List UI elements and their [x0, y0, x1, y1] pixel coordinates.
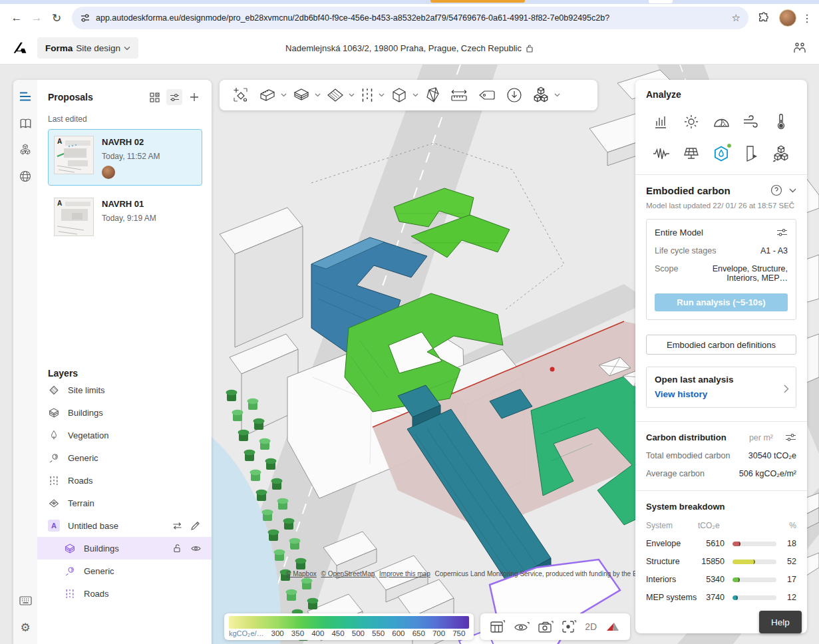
layer-row-site-limits[interactable]: Site limits — [48, 379, 202, 401]
legend-tick: 700 — [428, 629, 448, 637]
draw-volume-tool[interactable] — [389, 83, 410, 107]
site-limit-tool[interactable] — [325, 83, 346, 107]
open-last-analysis-card[interactable]: Open last analysis View history — [646, 367, 796, 408]
profile-avatar[interactable] — [779, 9, 796, 27]
system-value: 5610 — [698, 539, 725, 548]
layer-row-terrain[interactable]: Terrain — [48, 492, 202, 514]
proposal-card-navrh-02[interactable]: A NAVRH 02 Today, 11:52 AM — [48, 129, 202, 186]
osm-link[interactable]: © OpenStreetMap — [321, 570, 375, 577]
statistics-icon[interactable] — [653, 113, 670, 130]
sort-label[interactable]: Last edited — [48, 114, 202, 124]
focus-center-icon[interactable] — [561, 619, 577, 634]
mapbox-link[interactable]: © Mapbox — [286, 570, 317, 577]
solar-energy-icon[interactable] — [683, 145, 700, 162]
layer-row-base-generic[interactable]: Generic — [48, 560, 202, 582]
bar-fill — [733, 577, 740, 582]
grid-view-icon[interactable] — [146, 89, 162, 105]
floor-stack-chevron-icon[interactable] — [315, 93, 321, 97]
site-limit-chevron-icon[interactable] — [349, 93, 355, 97]
back-button[interactable]: ← — [7, 11, 27, 25]
settings-gear-icon[interactable]: ⚙ — [15, 617, 35, 637]
floor-stack-tool[interactable] — [291, 83, 312, 107]
proposal-name: NAVRH 01 — [102, 199, 156, 209]
swap-base-icon[interactable] — [170, 519, 184, 532]
2d-mode-toggle[interactable]: 2D — [585, 621, 597, 632]
assets-chevron-icon[interactable] — [554, 93, 560, 97]
draw-roads-tool[interactable] — [359, 83, 376, 107]
improve-map-link[interactable]: Improve this map — [379, 570, 430, 577]
layer-row-roads[interactable]: Roads — [48, 469, 202, 492]
layer-row-base-buildings[interactable]: Buildings — [37, 537, 212, 560]
keyboard-shortcuts-icon[interactable] — [15, 591, 35, 611]
library-icon[interactable] — [15, 113, 35, 133]
analysis-icon-grid — [646, 113, 796, 162]
prism-tool[interactable] — [422, 83, 442, 107]
assets-icon[interactable] — [15, 140, 35, 160]
draw-volume-chevron-icon[interactable] — [412, 93, 418, 97]
camera-icon[interactable] — [538, 620, 554, 633]
layout-grid-icon[interactable] — [490, 619, 506, 634]
visibility-eye-icon[interactable] — [189, 542, 202, 555]
reload-button[interactable]: ↻ — [47, 11, 67, 25]
help-circle-icon[interactable] — [770, 184, 782, 196]
compass-icon[interactable] — [605, 620, 621, 633]
layer-row-generic[interactable]: Generic — [48, 446, 202, 469]
layer-row-base-roads[interactable]: Roads — [48, 582, 202, 605]
edit-pencil-icon[interactable] — [189, 519, 202, 532]
layer-row-untitled-base[interactable]: A Untitled base — [48, 514, 202, 537]
collaboration-icon[interactable] — [792, 41, 807, 55]
system-breakdown-title: System breakdown — [646, 502, 796, 512]
proposal-thumbnail: A — [54, 136, 94, 174]
filter-icon[interactable] — [166, 89, 182, 105]
embodied-carbon-definitions-button[interactable]: Embodied carbon definitions — [646, 335, 796, 355]
unlock-icon[interactable] — [170, 542, 184, 555]
analysis-settings-icon[interactable] — [776, 228, 788, 237]
microclimate-icon[interactable] — [772, 113, 790, 130]
assets-tool[interactable] — [530, 83, 552, 107]
embodied-carbon-icon[interactable] — [713, 145, 730, 162]
url-bar[interactable]: app.autodeskforma.eu/designmode/pro_eb28… — [72, 7, 748, 29]
browser-menu-icon[interactable]: ⋮ — [802, 12, 812, 25]
operational-energy-icon[interactable] — [742, 145, 760, 162]
layer-row-vegetation[interactable]: Vegetation — [48, 424, 202, 446]
bookmark-star-icon[interactable]: ☆ — [732, 12, 740, 24]
sun-analysis-icon[interactable] — [683, 113, 700, 130]
product-mode-dropdown[interactable]: Forma Site design — [37, 37, 138, 59]
visibility-eye-icon[interactable] — [514, 621, 530, 633]
share-address-icon[interactable] — [526, 44, 534, 53]
layer-label: Site limits — [68, 385, 105, 395]
add-proposal-icon[interactable] — [186, 89, 202, 105]
daylight-potential-icon[interactable] — [713, 113, 730, 130]
system-name: Interiors — [646, 575, 698, 584]
legend-tick: 400 — [308, 629, 328, 637]
import-tool[interactable] — [504, 83, 525, 107]
massing-icon[interactable] — [772, 145, 790, 162]
roads-icon — [48, 474, 60, 486]
site-info-icon[interactable] — [80, 13, 90, 23]
proposals-panel-toggle[interactable] — [15, 86, 35, 106]
thumbnail-logo-letter: A — [57, 138, 62, 145]
system-pct: 52 — [783, 557, 796, 566]
view-history-link[interactable]: View history — [655, 389, 707, 399]
system-pct: 18 — [783, 539, 796, 548]
help-button[interactable]: Help — [759, 611, 802, 633]
per-unit-label[interactable]: per m² — [749, 433, 773, 442]
proposal-card-navrh-01[interactable]: A NAVRH 01 Today, 9:19 AM — [48, 191, 202, 243]
measure-tool[interactable] — [448, 83, 470, 107]
layer-row-buildings[interactable]: Buildings — [48, 401, 202, 424]
run-analysis-button[interactable]: Run analysis (~5-10s) — [655, 293, 788, 311]
tab-group-indicator — [430, 0, 525, 3]
draw-building-tool[interactable] — [257, 83, 278, 107]
label-tool[interactable] — [476, 83, 498, 107]
extensions-icon[interactable] — [758, 12, 770, 24]
noise-analysis-icon[interactable] — [653, 145, 670, 162]
forward-button[interactable]: → — [27, 11, 47, 25]
globe-icon[interactable] — [15, 166, 35, 186]
wind-analysis-icon[interactable] — [742, 113, 760, 130]
distribution-settings-icon[interactable] — [785, 433, 796, 442]
draw-roads-chevron-icon[interactable] — [379, 93, 385, 97]
select-tool[interactable] — [230, 83, 251, 107]
lifecycle-label: Life cycle stages — [655, 246, 716, 255]
draw-building-chevron-icon[interactable] — [281, 93, 287, 97]
collapse-section-chevron-icon[interactable] — [789, 188, 796, 193]
